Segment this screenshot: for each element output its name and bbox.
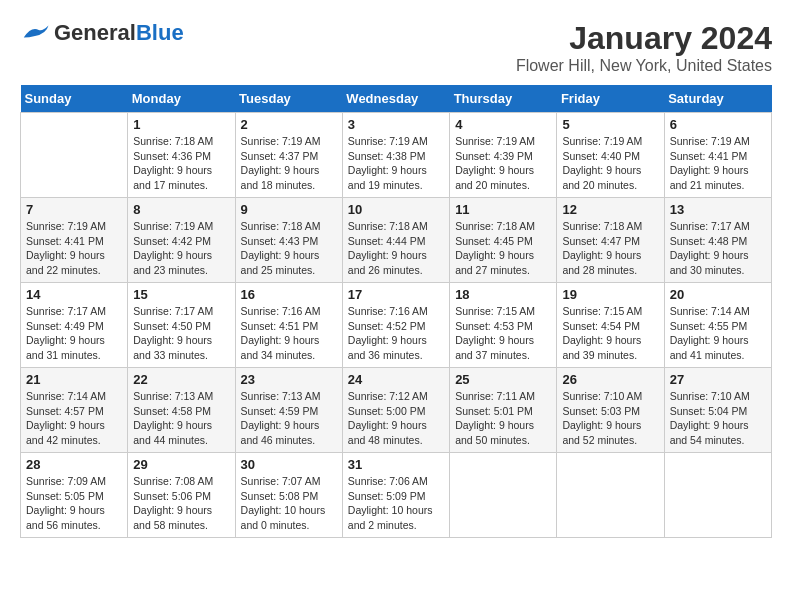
calendar-cell: 2Sunrise: 7:19 AM Sunset: 4:37 PM Daylig… [235, 113, 342, 198]
day-info: Sunrise: 7:11 AM Sunset: 5:01 PM Dayligh… [455, 389, 551, 448]
day-info: Sunrise: 7:18 AM Sunset: 4:44 PM Dayligh… [348, 219, 444, 278]
day-number: 9 [241, 202, 337, 217]
calendar-cell: 27Sunrise: 7:10 AM Sunset: 5:04 PM Dayli… [664, 368, 771, 453]
calendar-week-row: 28Sunrise: 7:09 AM Sunset: 5:05 PM Dayli… [21, 453, 772, 538]
page-header: GeneralBlue January 2024 Flower Hill, Ne… [20, 20, 772, 75]
day-info: Sunrise: 7:16 AM Sunset: 4:52 PM Dayligh… [348, 304, 444, 363]
calendar-cell [450, 453, 557, 538]
day-info: Sunrise: 7:18 AM Sunset: 4:43 PM Dayligh… [241, 219, 337, 278]
calendar-cell: 31Sunrise: 7:06 AM Sunset: 5:09 PM Dayli… [342, 453, 449, 538]
page-subtitle: Flower Hill, New York, United States [516, 57, 772, 75]
day-number: 31 [348, 457, 444, 472]
calendar-cell: 21Sunrise: 7:14 AM Sunset: 4:57 PM Dayli… [21, 368, 128, 453]
day-info: Sunrise: 7:15 AM Sunset: 4:54 PM Dayligh… [562, 304, 658, 363]
day-info: Sunrise: 7:17 AM Sunset: 4:50 PM Dayligh… [133, 304, 229, 363]
day-number: 15 [133, 287, 229, 302]
day-number: 3 [348, 117, 444, 132]
calendar-header-monday: Monday [128, 85, 235, 113]
day-number: 17 [348, 287, 444, 302]
calendar-cell: 16Sunrise: 7:16 AM Sunset: 4:51 PM Dayli… [235, 283, 342, 368]
day-number: 29 [133, 457, 229, 472]
day-number: 19 [562, 287, 658, 302]
day-info: Sunrise: 7:17 AM Sunset: 4:49 PM Dayligh… [26, 304, 122, 363]
calendar-cell: 8Sunrise: 7:19 AM Sunset: 4:42 PM Daylig… [128, 198, 235, 283]
day-info: Sunrise: 7:19 AM Sunset: 4:38 PM Dayligh… [348, 134, 444, 193]
day-number: 26 [562, 372, 658, 387]
logo-blue: Blue [136, 20, 184, 45]
day-number: 6 [670, 117, 766, 132]
day-info: Sunrise: 7:08 AM Sunset: 5:06 PM Dayligh… [133, 474, 229, 533]
calendar-cell: 5Sunrise: 7:19 AM Sunset: 4:40 PM Daylig… [557, 113, 664, 198]
day-number: 8 [133, 202, 229, 217]
day-number: 30 [241, 457, 337, 472]
day-info: Sunrise: 7:07 AM Sunset: 5:08 PM Dayligh… [241, 474, 337, 533]
day-number: 21 [26, 372, 122, 387]
calendar-cell: 11Sunrise: 7:18 AM Sunset: 4:45 PM Dayli… [450, 198, 557, 283]
day-info: Sunrise: 7:19 AM Sunset: 4:41 PM Dayligh… [670, 134, 766, 193]
day-info: Sunrise: 7:10 AM Sunset: 5:03 PM Dayligh… [562, 389, 658, 448]
day-number: 10 [348, 202, 444, 217]
calendar-cell: 7Sunrise: 7:19 AM Sunset: 4:41 PM Daylig… [21, 198, 128, 283]
day-info: Sunrise: 7:13 AM Sunset: 4:59 PM Dayligh… [241, 389, 337, 448]
calendar-header-saturday: Saturday [664, 85, 771, 113]
calendar-header-tuesday: Tuesday [235, 85, 342, 113]
logo-icon [20, 22, 50, 44]
day-info: Sunrise: 7:17 AM Sunset: 4:48 PM Dayligh… [670, 219, 766, 278]
calendar-cell [21, 113, 128, 198]
logo: GeneralBlue [20, 20, 184, 46]
day-number: 20 [670, 287, 766, 302]
day-info: Sunrise: 7:14 AM Sunset: 4:57 PM Dayligh… [26, 389, 122, 448]
day-info: Sunrise: 7:19 AM Sunset: 4:37 PM Dayligh… [241, 134, 337, 193]
day-info: Sunrise: 7:09 AM Sunset: 5:05 PM Dayligh… [26, 474, 122, 533]
calendar-header-sunday: Sunday [21, 85, 128, 113]
calendar-week-row: 21Sunrise: 7:14 AM Sunset: 4:57 PM Dayli… [21, 368, 772, 453]
calendar-header-thursday: Thursday [450, 85, 557, 113]
day-info: Sunrise: 7:10 AM Sunset: 5:04 PM Dayligh… [670, 389, 766, 448]
calendar-header-wednesday: Wednesday [342, 85, 449, 113]
calendar-cell: 14Sunrise: 7:17 AM Sunset: 4:49 PM Dayli… [21, 283, 128, 368]
day-number: 14 [26, 287, 122, 302]
page-title: January 2024 [516, 20, 772, 57]
day-number: 18 [455, 287, 551, 302]
day-info: Sunrise: 7:06 AM Sunset: 5:09 PM Dayligh… [348, 474, 444, 533]
day-info: Sunrise: 7:18 AM Sunset: 4:45 PM Dayligh… [455, 219, 551, 278]
calendar-header-friday: Friday [557, 85, 664, 113]
calendar-cell: 17Sunrise: 7:16 AM Sunset: 4:52 PM Dayli… [342, 283, 449, 368]
calendar-cell: 3Sunrise: 7:19 AM Sunset: 4:38 PM Daylig… [342, 113, 449, 198]
calendar-cell: 23Sunrise: 7:13 AM Sunset: 4:59 PM Dayli… [235, 368, 342, 453]
calendar-cell: 22Sunrise: 7:13 AM Sunset: 4:58 PM Dayli… [128, 368, 235, 453]
day-number: 11 [455, 202, 551, 217]
calendar-cell [557, 453, 664, 538]
day-number: 22 [133, 372, 229, 387]
calendar-cell: 20Sunrise: 7:14 AM Sunset: 4:55 PM Dayli… [664, 283, 771, 368]
calendar-cell [664, 453, 771, 538]
calendar-cell: 1Sunrise: 7:18 AM Sunset: 4:36 PM Daylig… [128, 113, 235, 198]
day-number: 27 [670, 372, 766, 387]
day-info: Sunrise: 7:19 AM Sunset: 4:42 PM Dayligh… [133, 219, 229, 278]
calendar-week-row: 1Sunrise: 7:18 AM Sunset: 4:36 PM Daylig… [21, 113, 772, 198]
calendar-table: SundayMondayTuesdayWednesdayThursdayFrid… [20, 85, 772, 538]
day-info: Sunrise: 7:19 AM Sunset: 4:39 PM Dayligh… [455, 134, 551, 193]
day-number: 1 [133, 117, 229, 132]
day-number: 24 [348, 372, 444, 387]
day-info: Sunrise: 7:19 AM Sunset: 4:41 PM Dayligh… [26, 219, 122, 278]
day-info: Sunrise: 7:18 AM Sunset: 4:36 PM Dayligh… [133, 134, 229, 193]
calendar-cell: 24Sunrise: 7:12 AM Sunset: 5:00 PM Dayli… [342, 368, 449, 453]
day-number: 5 [562, 117, 658, 132]
day-number: 23 [241, 372, 337, 387]
calendar-week-row: 14Sunrise: 7:17 AM Sunset: 4:49 PM Dayli… [21, 283, 772, 368]
calendar-week-row: 7Sunrise: 7:19 AM Sunset: 4:41 PM Daylig… [21, 198, 772, 283]
day-number: 25 [455, 372, 551, 387]
calendar-cell: 4Sunrise: 7:19 AM Sunset: 4:39 PM Daylig… [450, 113, 557, 198]
day-number: 4 [455, 117, 551, 132]
calendar-cell: 25Sunrise: 7:11 AM Sunset: 5:01 PM Dayli… [450, 368, 557, 453]
calendar-cell: 18Sunrise: 7:15 AM Sunset: 4:53 PM Dayli… [450, 283, 557, 368]
day-info: Sunrise: 7:12 AM Sunset: 5:00 PM Dayligh… [348, 389, 444, 448]
calendar-header-row: SundayMondayTuesdayWednesdayThursdayFrid… [21, 85, 772, 113]
day-number: 28 [26, 457, 122, 472]
day-number: 16 [241, 287, 337, 302]
day-info: Sunrise: 7:16 AM Sunset: 4:51 PM Dayligh… [241, 304, 337, 363]
calendar-cell: 9Sunrise: 7:18 AM Sunset: 4:43 PM Daylig… [235, 198, 342, 283]
day-info: Sunrise: 7:19 AM Sunset: 4:40 PM Dayligh… [562, 134, 658, 193]
day-number: 13 [670, 202, 766, 217]
